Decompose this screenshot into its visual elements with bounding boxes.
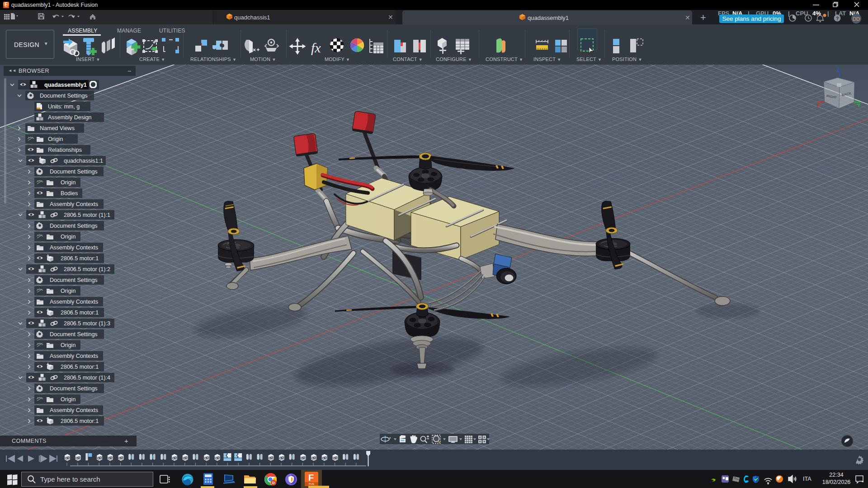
svg-text:D: D [272, 481, 275, 485]
svg-text:fx: fx [311, 40, 321, 55]
svg-text:DD: DD [853, 16, 860, 22]
svg-text:?: ? [836, 16, 839, 21]
